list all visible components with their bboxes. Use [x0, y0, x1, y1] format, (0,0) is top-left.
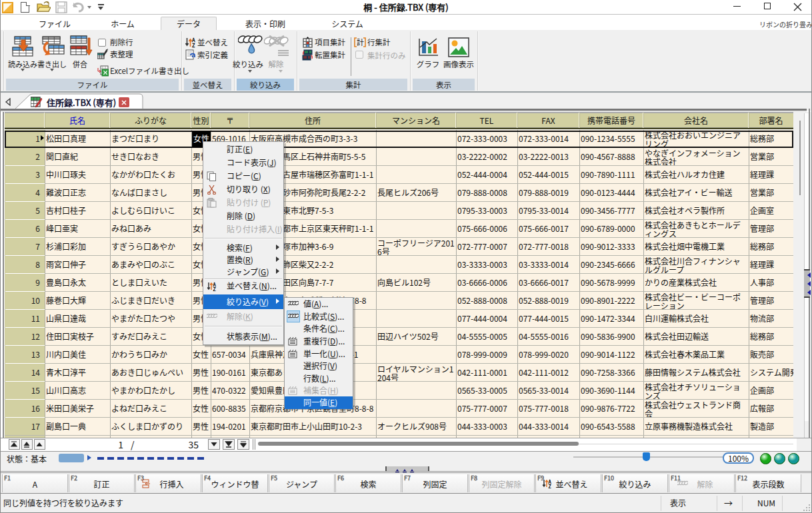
svg-text:Z: Z — [192, 41, 195, 48]
svg-text:計: 計 — [357, 37, 364, 47]
